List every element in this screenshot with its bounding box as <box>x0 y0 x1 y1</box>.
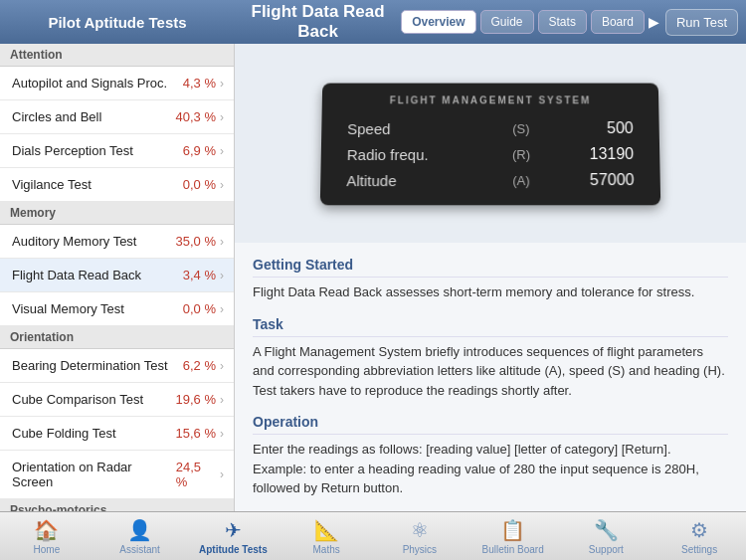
sidebar-item-label: Bearing Determination Test <box>12 358 168 373</box>
sidebar-item-percent: 0,0 % <box>183 301 216 316</box>
tab-item-bulletin-board[interactable]: 📋Bulletin Board <box>478 514 548 559</box>
fms-row-abbr: (S) <box>496 115 546 141</box>
sidebar-item-percent: 19,6 % <box>176 392 216 407</box>
chevron-right-icon: › <box>220 427 224 441</box>
tab-item-assistant[interactable]: 👤Assistant <box>105 514 175 559</box>
assistant-icon: 👤 <box>127 518 152 542</box>
settings-icon: ⚙ <box>690 518 708 542</box>
maths-icon: 📐 <box>314 518 339 542</box>
sidebar-item-label: Flight Data Read Back <box>12 268 141 282</box>
chevron-right-icon: › <box>220 467 224 481</box>
sidebar-section-header: Orientation <box>0 326 234 349</box>
sidebar-section-header: Memory <box>0 202 234 225</box>
sidebar-item[interactable]: Bearing Determination Test6,2 %› <box>0 349 234 383</box>
fms-row-abbr: (R) <box>496 141 546 167</box>
page-title: Flight Data Read Back <box>235 2 401 42</box>
fms-row-value: 57000 <box>546 167 641 193</box>
sidebar-item[interactable]: Dials Perception Test6,9 %› <box>0 134 234 168</box>
sidebar-item-percent: 15,6 % <box>176 426 216 441</box>
operation-text: Enter the readings as follows: [reading … <box>253 440 728 498</box>
sidebar-item-percent: 40,3 % <box>176 109 216 124</box>
fms-area: FLIGHT MANAGEMENT SYSTEM Speed(S)500Radi… <box>235 44 746 243</box>
sidebar-item-label: Autopilot and Signals Proc. <box>12 76 167 91</box>
sidebar-item[interactable]: Cube Folding Test15,6 %› <box>0 417 234 451</box>
sidebar-item[interactable]: Auditory Memory Test35,0 %› <box>0 225 234 259</box>
chevron-right-icon: › <box>220 178 224 192</box>
sidebar-item-label: Vigilance Test <box>12 177 92 192</box>
run-test-button[interactable]: Run Test <box>665 9 738 36</box>
stats-button[interactable]: Stats <box>538 10 587 34</box>
sidebar-item-label: Circles and Bell <box>12 109 101 124</box>
sidebar-item-label: Auditory Memory Test <box>12 234 136 249</box>
sidebar-item[interactable]: Cube Comparison Test19,6 %› <box>0 383 234 417</box>
getting-started-heading: Getting Started <box>253 257 728 278</box>
sidebar-item-label: Orientation on Radar Screen <box>12 460 176 489</box>
chevron-right-icon: › <box>220 77 224 91</box>
fms-row-label: Altitude <box>340 167 496 193</box>
sidebar-item[interactable]: Autopilot and Signals Proc.4,3 %› <box>0 67 234 100</box>
getting-started-section: Getting Started Flight Data Read Back as… <box>253 257 728 302</box>
sidebar-item-percent: 6,9 % <box>183 143 216 158</box>
main-content: AttentionAutopilot and Signals Proc.4,3 … <box>0 44 746 511</box>
run-test-arrow: ▶ <box>649 14 659 30</box>
tab-item-maths[interactable]: 📐Maths <box>291 514 361 559</box>
tab-label: Maths <box>313 544 340 555</box>
sidebar-item[interactable]: Orientation on Radar Screen24,5 %› <box>0 451 234 499</box>
tab-label: Support <box>589 544 624 555</box>
task-section: Task A Flight Management System briefly … <box>253 316 728 401</box>
fms-device: FLIGHT MANAGEMENT SYSTEM Speed(S)500Radi… <box>320 83 660 205</box>
aptitude-tests-icon: ✈ <box>225 518 242 542</box>
sidebar-item-percent: 6,2 % <box>183 358 216 373</box>
sidebar-item[interactable]: Vigilance Test0,0 %› <box>0 168 234 202</box>
tab-label: Settings <box>681 544 717 555</box>
tab-item-support[interactable]: 🔧Support <box>571 514 641 559</box>
task-text: A Flight Management System briefly intro… <box>253 342 728 401</box>
sidebar-section-header: Attention <box>0 44 234 67</box>
guide-button[interactable]: Guide <box>480 10 534 34</box>
physics-icon: ⚛ <box>411 518 429 542</box>
chevron-right-icon: › <box>220 235 224 249</box>
support-icon: 🔧 <box>594 518 619 542</box>
tab-label: Bulletin Board <box>481 544 543 555</box>
getting-started-text: Flight Data Read Back assesses short-ter… <box>253 282 728 302</box>
sidebar-item[interactable]: Circles and Bell40,3 %› <box>0 100 234 134</box>
fms-row: Speed(S)500 <box>341 115 640 141</box>
tab-label: Assistant <box>119 544 160 555</box>
board-button[interactable]: Board <box>591 10 645 34</box>
chevron-right-icon: › <box>220 302 224 316</box>
tab-bar: 🏠Home👤Assistant✈Aptitude Tests📐Maths⚛Phy… <box>0 511 746 560</box>
fms-row: Radio frequ.(R)13190 <box>341 141 641 167</box>
tab-item-settings[interactable]: ⚙Settings <box>664 514 734 559</box>
fms-row: Altitude(A)57000 <box>340 167 641 193</box>
description-area: Getting Started Flight Data Read Back as… <box>235 243 746 511</box>
bulletin-board-icon: 📋 <box>500 518 525 542</box>
fms-row-value: 13190 <box>546 141 640 167</box>
fms-row-label: Radio frequ. <box>341 141 496 167</box>
operation-section: Operation Enter the readings as follows:… <box>253 414 728 498</box>
sidebar-item[interactable]: Flight Data Read Back3,4 %› <box>0 259 234 292</box>
chevron-right-icon: › <box>220 359 224 373</box>
top-header: Pilot Aptitude Tests Flight Data Read Ba… <box>0 0 746 44</box>
nav-buttons: Overview Guide Stats Board ▶ Run Test <box>401 9 746 36</box>
chevron-right-icon: › <box>220 269 224 282</box>
sidebar-section-header: Psycho-motorics <box>0 499 234 511</box>
sidebar-item-percent: 3,4 % <box>183 268 216 282</box>
chevron-right-icon: › <box>220 110 224 124</box>
fms-row-value: 500 <box>546 115 640 141</box>
tab-label: Home <box>34 544 61 555</box>
sidebar-item-percent: 0,0 % <box>183 177 216 192</box>
sidebar-item[interactable]: Visual Memory Test0,0 %› <box>0 292 234 326</box>
overview-button[interactable]: Overview <box>401 10 475 34</box>
sidebar-item-label: Visual Memory Test <box>12 301 124 316</box>
right-panel: FLIGHT MANAGEMENT SYSTEM Speed(S)500Radi… <box>235 44 746 511</box>
home-icon: 🏠 <box>34 518 59 542</box>
tab-item-home[interactable]: 🏠Home <box>12 514 82 559</box>
tab-item-aptitude-tests[interactable]: ✈Aptitude Tests <box>198 514 268 559</box>
operation-heading: Operation <box>253 414 728 435</box>
task-heading: Task <box>253 316 728 337</box>
sidebar-item-percent: 4,3 % <box>183 76 216 91</box>
sidebar-item-percent: 35,0 % <box>176 234 216 249</box>
sidebar-item-label: Cube Comparison Test <box>12 392 143 407</box>
tab-item-physics[interactable]: ⚛Physics <box>385 514 455 559</box>
chevron-right-icon: › <box>220 144 224 158</box>
